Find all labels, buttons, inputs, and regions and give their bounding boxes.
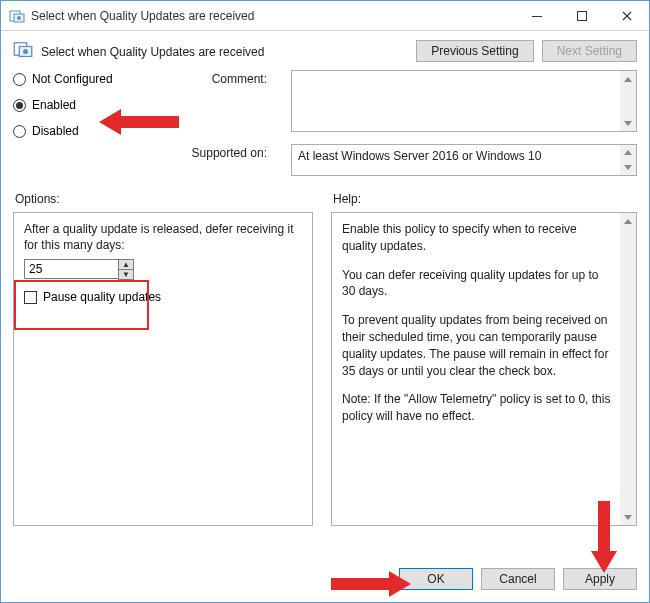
- radio-enabled[interactable]: Enabled: [13, 98, 153, 112]
- radio-circle-icon: [13, 99, 26, 112]
- help-p4: Note: If the "Allow Telemetry" policy is…: [342, 391, 614, 425]
- scroll-up-icon[interactable]: [620, 213, 636, 229]
- radio-dot-icon: [16, 102, 23, 109]
- status-radios: Not Configured Enabled Disabled: [13, 70, 153, 138]
- titlebar: Select when Quality Updates are received: [1, 1, 649, 31]
- scrollbar[interactable]: [620, 213, 636, 525]
- options-pane: Options: After a quality update is relea…: [13, 192, 313, 526]
- spinner-down-button[interactable]: ▼: [119, 270, 133, 279]
- scroll-down-icon[interactable]: [620, 160, 636, 175]
- maximize-button[interactable]: [559, 1, 604, 30]
- scroll-up-icon[interactable]: [620, 145, 636, 160]
- supported-on-label: Supported on:: [177, 144, 267, 160]
- radio-label: Disabled: [32, 124, 79, 138]
- help-content-wrap: Enable this policy to specify when to re…: [331, 212, 637, 526]
- help-pane: Help: Enable this policy to specify when…: [331, 192, 637, 526]
- radio-label: Enabled: [32, 98, 76, 112]
- pause-updates-row: Pause quality updates: [24, 290, 302, 304]
- help-p2: You can defer receiving quality updates …: [342, 267, 614, 301]
- supported-on-row: Supported on: At least Windows Server 20…: [13, 144, 637, 176]
- radio-label: Not Configured: [32, 72, 113, 86]
- svg-rect-3: [532, 16, 542, 17]
- spinner-buttons: ▲ ▼: [118, 259, 134, 280]
- scrollbar[interactable]: [620, 145, 636, 175]
- svg-point-2: [17, 16, 21, 20]
- radio-not-configured[interactable]: Not Configured: [13, 72, 153, 86]
- scrollbar[interactable]: [620, 71, 636, 131]
- defer-days-input[interactable]: [24, 259, 118, 279]
- scroll-down-icon[interactable]: [620, 115, 636, 131]
- supported-on-field-wrap: At least Windows Server 2016 or Windows …: [291, 144, 637, 176]
- policy-title: Select when Quality Updates are received: [41, 43, 408, 59]
- pause-updates-checkbox[interactable]: [24, 291, 37, 304]
- minimize-button[interactable]: [514, 1, 559, 30]
- scroll-down-icon[interactable]: [620, 509, 636, 525]
- help-p3: To prevent quality updates from being re…: [342, 312, 614, 379]
- comment-label: Comment:: [177, 70, 267, 86]
- next-setting-button: Next Setting: [542, 40, 637, 62]
- supported-on-text: At least Windows Server 2016 or Windows …: [291, 144, 637, 176]
- lower-panes: Options: After a quality update is relea…: [13, 192, 637, 526]
- dialog-footer: OK Cancel Apply: [399, 568, 637, 590]
- pause-updates-label: Pause quality updates: [43, 290, 161, 304]
- comment-textarea[interactable]: [291, 70, 637, 132]
- radio-circle-icon: [13, 73, 26, 86]
- ok-button[interactable]: OK: [399, 568, 473, 590]
- nav-buttons: Previous Setting Next Setting: [416, 40, 637, 62]
- help-p1: Enable this policy to specify when to re…: [342, 221, 614, 255]
- cancel-button[interactable]: Cancel: [481, 568, 555, 590]
- svg-point-7: [23, 49, 28, 54]
- policy-editor-window: Select when Quality Updates are received: [0, 0, 650, 603]
- radio-circle-icon: [13, 125, 26, 138]
- spinner-up-button[interactable]: ▲: [119, 260, 133, 270]
- window-controls: [514, 1, 649, 30]
- policy-header: Select when Quality Updates are received…: [13, 39, 637, 62]
- svg-rect-4: [577, 11, 586, 20]
- comment-field-wrap: [291, 70, 637, 132]
- previous-setting-button[interactable]: Previous Setting: [416, 40, 533, 62]
- scroll-up-icon[interactable]: [620, 71, 636, 87]
- radio-disabled[interactable]: Disabled: [13, 124, 153, 138]
- close-button[interactable]: [604, 1, 649, 30]
- apply-button[interactable]: Apply: [563, 568, 637, 590]
- options-content: After a quality update is released, defe…: [13, 212, 313, 526]
- supported-on-value: At least Windows Server 2016 or Windows …: [298, 149, 541, 163]
- defer-days-label: After a quality update is released, defe…: [24, 221, 302, 253]
- options-heading: Options:: [13, 192, 313, 206]
- help-text: Enable this policy to specify when to re…: [342, 221, 614, 517]
- policy-header-icon: [13, 39, 33, 62]
- status-and-comment: Not Configured Enabled Disabled Comment:: [13, 70, 637, 138]
- help-heading: Help:: [331, 192, 637, 206]
- gpedit-icon: [9, 8, 25, 24]
- window-body: Select when Quality Updates are received…: [1, 31, 649, 538]
- window-title: Select when Quality Updates are received: [31, 9, 514, 23]
- defer-days-spinner: ▲ ▼: [24, 259, 302, 280]
